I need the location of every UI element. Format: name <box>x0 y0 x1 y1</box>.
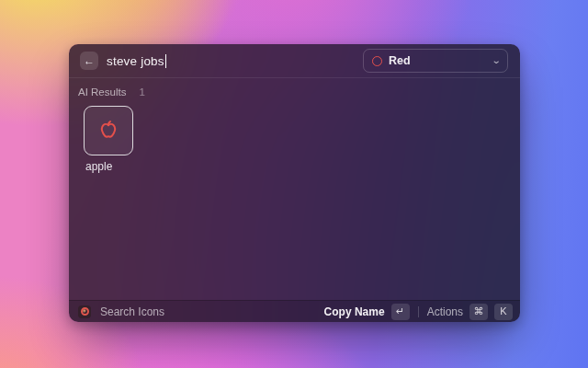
text-caret <box>165 54 167 68</box>
footer-divider <box>418 306 419 317</box>
footer-actions: Copy Name ↵ Actions ⌘ K <box>324 304 513 320</box>
back-arrow-icon: ← <box>84 55 95 66</box>
red-circle-icon <box>372 56 382 66</box>
extension-name: Search Icons <box>100 305 164 318</box>
color-filter-dropdown[interactable]: Red ⌄ <box>363 49 508 73</box>
search-bar: ← steve jobs Red ⌄ <box>69 44 520 78</box>
desktop-background: ← steve jobs Red ⌄ AI Results 1 <box>0 0 588 368</box>
result-label: apple <box>85 160 137 173</box>
k-key-badge[interactable]: K <box>494 304 513 320</box>
result-item: apple <box>87 104 137 173</box>
raycast-window: ← steve jobs Red ⌄ AI Results 1 <box>69 44 520 322</box>
results-area: AI Results 1 apple <box>69 78 520 300</box>
search-input[interactable]: steve jobs <box>107 54 355 68</box>
icons-extension-icon <box>78 305 91 318</box>
actions-menu-label[interactable]: Actions <box>427 305 463 318</box>
result-tile-selected[interactable] <box>84 106 133 155</box>
apple-icon <box>96 118 121 144</box>
icons-extension-ring-glyph <box>81 307 89 316</box>
chevron-down-icon: ⌄ <box>491 56 501 65</box>
cmd-key-badge[interactable]: ⌘ <box>469 304 488 320</box>
dropdown-selected-value: Red <box>389 54 486 67</box>
section-count: 1 <box>139 86 144 98</box>
search-query-text: steve jobs <box>107 54 164 68</box>
back-button[interactable]: ← <box>80 52 98 70</box>
action-bar: Search Icons Copy Name ↵ Actions ⌘ K <box>69 300 520 322</box>
results-section-header: AI Results 1 <box>78 86 509 98</box>
primary-action-label[interactable]: Copy Name <box>324 305 385 318</box>
section-title: AI Results <box>78 86 126 98</box>
return-key-badge[interactable]: ↵ <box>391 304 410 320</box>
